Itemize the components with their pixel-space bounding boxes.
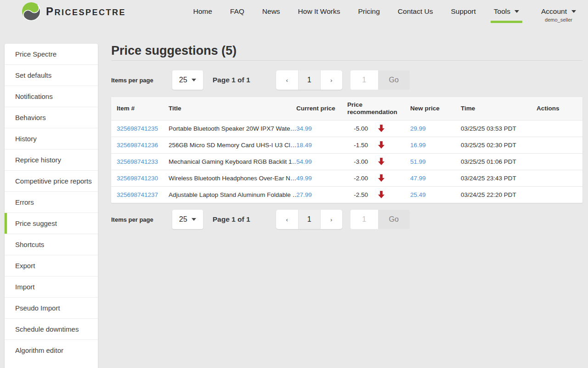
sidebar-item-history[interactable]: History xyxy=(5,128,98,149)
time-cell: 03/25/25 02:30 PDT xyxy=(461,137,537,153)
new-price-link[interactable]: 47.99 xyxy=(410,175,426,182)
actions-cell xyxy=(537,170,582,186)
arrow-down-icon xyxy=(378,141,384,149)
pricespectre-logo-icon xyxy=(22,2,40,21)
current-price-link[interactable]: 27.99 xyxy=(296,191,312,198)
arrow-down-icon xyxy=(378,191,384,198)
items-per-page-select[interactable]: 25 xyxy=(172,70,203,90)
price-recommendation-cell: -2.00 xyxy=(347,174,406,182)
title-cell: Wireless Bluetooth Headphones Over-Ear N… xyxy=(169,170,296,186)
current-price-link[interactable]: 18.49 xyxy=(296,142,312,149)
items-per-page-value: 25 xyxy=(179,215,187,224)
next-page-button[interactable]: › xyxy=(320,70,342,90)
item-number-link[interactable]: 325698741235 xyxy=(117,125,158,132)
table-row: 325698741230 Wireless Bluetooth Headphon… xyxy=(111,170,582,186)
sidebar-item-price-spectre[interactable]: Price Spectre xyxy=(5,44,98,64)
title-divider xyxy=(111,60,582,61)
sidebar-item-shortcuts[interactable]: Shortcuts xyxy=(5,234,98,255)
actions-cell xyxy=(537,153,582,170)
time-cell: 03/25/25 03:53 PDT xyxy=(461,120,537,137)
col-header-price-recommendation: Price recommendation xyxy=(347,97,410,120)
actions-cell xyxy=(537,186,582,203)
title-cell: Adjustable Laptop Stand Aluminum Foldabl… xyxy=(169,186,296,203)
items-per-page-label: Items per page xyxy=(111,77,153,84)
col-header-time: Time xyxy=(461,97,537,120)
go-button[interactable]: Go xyxy=(378,210,410,229)
goto-page-group: Go xyxy=(351,70,410,90)
suggestions-table: Item # Title Current price Price recomme… xyxy=(111,97,582,203)
arrow-down-icon xyxy=(378,158,384,165)
actions-cell xyxy=(537,137,582,153)
page-info: Page 1 of 1 xyxy=(213,76,250,84)
current-page-button[interactable]: 1 xyxy=(298,210,320,229)
chevron-down-icon xyxy=(192,79,196,81)
sidebar-item-schedule-downtimes[interactable]: Schedule downtimes xyxy=(5,318,98,339)
current-price-link[interactable]: 49.99 xyxy=(296,175,312,182)
time-cell: 03/24/25 23:43 PDT xyxy=(461,170,537,186)
page-number-input[interactable] xyxy=(351,210,378,229)
sidebar-item-reprice-history[interactable]: Reprice history xyxy=(5,149,98,170)
go-button[interactable]: Go xyxy=(378,70,410,90)
main-content: Price suggestions (5) Items per page 25 … xyxy=(111,0,582,229)
actions-cell xyxy=(537,120,582,137)
sidebar-item-import[interactable]: Import xyxy=(5,276,98,297)
items-per-page-select[interactable]: 25 xyxy=(172,210,203,229)
col-header-current-price: Current price xyxy=(296,97,347,120)
items-per-page-value: 25 xyxy=(179,76,187,84)
col-header-title: Title xyxy=(169,97,296,120)
prev-page-button[interactable]: ‹ xyxy=(276,210,298,229)
table-row: 325698741237 Adjustable Laptop Stand Alu… xyxy=(111,186,582,203)
current-price-link[interactable]: 54.99 xyxy=(296,158,312,165)
sidebar-item-algorithm-editor[interactable]: Algorithm editor xyxy=(5,339,98,361)
new-price-link[interactable]: 29.99 xyxy=(410,125,426,132)
sidebar-item-competitive-price-reports[interactable]: Competitive price reports xyxy=(5,170,98,191)
new-price-link[interactable]: 51.99 xyxy=(410,158,426,165)
price-recommendation-cell: -3.00 xyxy=(347,158,406,165)
sidebar-item-errors[interactable]: Errors xyxy=(5,191,98,213)
col-header-new-price: New price xyxy=(410,97,461,120)
sidebar-item-pseudo-import[interactable]: Pseudo Import xyxy=(5,297,98,318)
current-price-link[interactable]: 34.99 xyxy=(296,125,312,132)
goto-page-group: Go xyxy=(351,210,410,229)
table-header-row: Item # Title Current price Price recomme… xyxy=(111,97,582,120)
item-number-link[interactable]: 325698741230 xyxy=(117,175,158,182)
page-title: Price suggestions (5) xyxy=(111,43,582,58)
suggestions-table-body: 325698741235 Portable Bluetooth Speaker … xyxy=(111,120,582,203)
table-row: 325698741235 Portable Bluetooth Speaker … xyxy=(111,120,582,137)
prev-page-button[interactable]: ‹ xyxy=(276,70,298,90)
sidebar-item-price-suggest[interactable]: Price suggest xyxy=(5,213,98,234)
sidebar-item-notifications[interactable]: Notifications xyxy=(5,86,98,107)
title-cell: 256GB Micro SD Memory Card UHS-I U3 Cl… xyxy=(169,137,296,153)
time-cell: 03/25/25 01:06 PDT xyxy=(461,153,537,170)
item-number-link[interactable]: 325698741236 xyxy=(117,142,158,149)
sidebar-item-behaviors[interactable]: Behaviors xyxy=(5,107,98,128)
time-cell: 03/24/25 22:20 PDT xyxy=(461,186,537,203)
arrow-down-icon xyxy=(378,125,384,132)
table-row: 325698741233 Mechanical Gaming Keyboard … xyxy=(111,153,582,170)
pager: ‹ 1 › xyxy=(276,70,342,90)
chevron-down-icon xyxy=(192,218,196,221)
new-price-link[interactable]: 16.99 xyxy=(410,142,426,149)
table-row: 325698741236 256GB Micro SD Memory Card … xyxy=(111,137,582,153)
current-page-button[interactable]: 1 xyxy=(298,70,320,90)
sidebar-item-set-defaults[interactable]: Set defaults xyxy=(5,64,98,86)
item-number-link[interactable]: 325698741237 xyxy=(117,191,158,198)
col-header-actions: Actions xyxy=(537,97,582,120)
brand-logo[interactable]: PRICESPECTRE xyxy=(22,2,126,21)
sidebar-item-export[interactable]: Export xyxy=(5,255,98,276)
sidebar: Price Spectre Set defaults Notifications… xyxy=(5,44,98,368)
pager: ‹ 1 › xyxy=(276,210,342,229)
page-number-input[interactable] xyxy=(351,70,378,90)
page-info: Page 1 of 1 xyxy=(213,215,250,224)
price-recommendation-cell: -2.50 xyxy=(347,191,406,198)
next-page-button[interactable]: › xyxy=(320,210,342,229)
new-price-link[interactable]: 25.49 xyxy=(410,191,426,198)
items-per-page-label: Items per page xyxy=(111,216,153,223)
price-recommendation-cell: -1.50 xyxy=(347,141,406,149)
title-cell: Portable Bluetooth Speaker 20W IPX7 Wate… xyxy=(169,120,296,137)
title-cell: Mechanical Gaming Keyboard RGB Backlit 1… xyxy=(169,153,296,170)
arrow-down-icon xyxy=(378,174,384,182)
item-number-link[interactable]: 325698741233 xyxy=(117,158,158,165)
col-header-item: Item # xyxy=(111,97,169,120)
pagination-bar-bottom: Items per page 25 Page 1 of 1 ‹ 1 › Go xyxy=(111,210,582,229)
